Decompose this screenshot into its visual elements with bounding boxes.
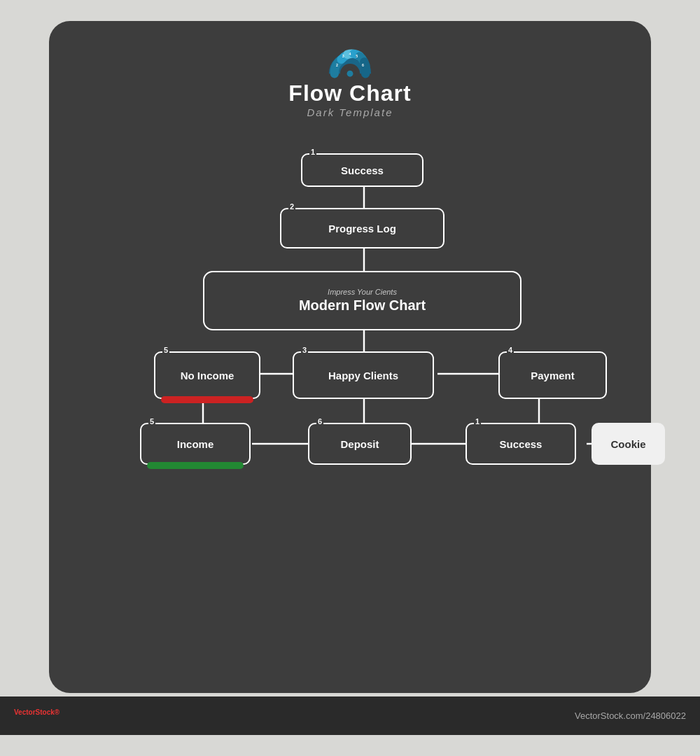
- deposit-text: Deposit: [340, 438, 379, 450]
- modern-flow-node: Impress Your Cients Modern Flow Chart: [203, 271, 522, 330]
- svg-text:5: 5: [356, 54, 358, 58]
- deposit-node: 6 Deposit: [308, 423, 412, 465]
- logo-title: Flow Chart: [288, 80, 411, 106]
- no-income-label: 5: [162, 346, 169, 354]
- progress-log-text: Progress Log: [328, 223, 396, 234]
- progress-log-node: 2 Progress Log: [280, 208, 444, 248]
- logo-area: 2 3 4 5 6 Flow Chart Dark Template: [288, 42, 411, 118]
- svg-text:2: 2: [336, 63, 338, 67]
- modern-flow-sublabel: Impress Your Cients: [328, 288, 397, 296]
- happy-clients-node: 3 Happy Clients: [293, 351, 434, 399]
- success-bottom-text: Success: [500, 438, 542, 450]
- cookie-text: Cookie: [610, 438, 645, 450]
- registered-icon: ®: [55, 708, 59, 716]
- income-node: 5 Income: [140, 423, 251, 465]
- no-income-node: 5 No Income: [154, 351, 260, 399]
- income-text: Income: [177, 438, 214, 450]
- deposit-label: 6: [316, 417, 323, 426]
- success-top-text: Success: [341, 164, 384, 176]
- svg-text:4: 4: [349, 52, 351, 56]
- happy-clients-label: 3: [301, 346, 308, 354]
- svg-text:3: 3: [342, 54, 344, 58]
- success-top-node: 1 Success: [301, 153, 424, 187]
- income-label: 5: [148, 417, 155, 426]
- payment-node: 4 Payment: [498, 351, 607, 399]
- vectorstock-brand: VectorStock®: [14, 708, 59, 723]
- pie-logo-icon: 2 3 4 5 6: [328, 42, 372, 80]
- svg-point-2: [347, 71, 354, 77]
- cookie-node: Cookie: [592, 423, 665, 465]
- progress-log-label: 2: [288, 202, 295, 211]
- no-income-text: No Income: [181, 370, 234, 382]
- brand-name: VectorStock: [14, 708, 55, 716]
- vectorstock-url: VectorStock.com/24806022: [575, 710, 686, 721]
- payment-text: Payment: [531, 370, 575, 382]
- happy-clients-text: Happy Clients: [328, 370, 398, 382]
- success-bottom-node: 1 Success: [465, 423, 576, 465]
- svg-text:6: 6: [362, 63, 364, 67]
- logo-subtitle: Dark Template: [307, 106, 393, 118]
- flowchart: 1 Success 2 Progress Log Impress Your Ci…: [63, 132, 637, 679]
- main-card: 2 3 4 5 6 Flow Chart Dark Template: [49, 21, 651, 693]
- modern-flow-mainlabel: Modern Flow Chart: [299, 298, 426, 314]
- bottom-bar: VectorStock® VectorStock.com/24806022: [0, 696, 700, 735]
- payment-label: 4: [507, 346, 514, 354]
- success-top-label: 1: [309, 148, 316, 156]
- success-bottom-label: 1: [474, 417, 481, 426]
